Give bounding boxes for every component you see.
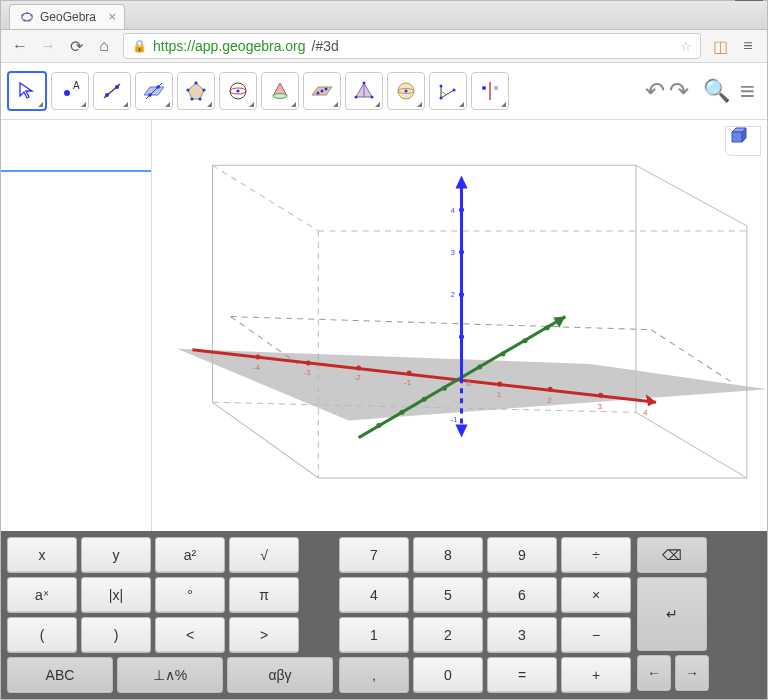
- svg-point-20: [186, 88, 189, 91]
- tool-angle[interactable]: [429, 72, 467, 110]
- tool-circle[interactable]: [219, 72, 257, 110]
- svg-point-43: [494, 86, 498, 90]
- graphics-3d-canvas[interactable]: -4-3-2-11234 2344 -1: [152, 120, 767, 503]
- svg-point-39: [440, 97, 443, 100]
- tool-reflect[interactable]: [471, 72, 509, 110]
- key-right[interactable]: →: [675, 655, 709, 691]
- redo-icon[interactable]: ↷: [669, 77, 689, 105]
- tool-cone[interactable]: [261, 72, 299, 110]
- key-5[interactable]: 5: [413, 577, 483, 613]
- keyboard-close-button[interactable]: ✕: [735, 0, 763, 1]
- url-host: https://app.geogebra.org: [153, 38, 306, 54]
- key-sqrt[interactable]: √: [229, 537, 299, 573]
- key-abc[interactable]: ABC: [7, 657, 113, 693]
- svg-point-65: [598, 393, 603, 398]
- svg-point-1: [21, 14, 23, 16]
- key-pi[interactable]: π: [229, 577, 299, 613]
- svg-point-34: [371, 96, 374, 99]
- key-gt[interactable]: >: [229, 617, 299, 653]
- key-rparen[interactable]: ): [81, 617, 151, 653]
- content-area: +: [1, 120, 767, 531]
- svg-text:A: A: [73, 81, 80, 91]
- svg-point-28: [321, 90, 324, 93]
- nav-back-icon[interactable]: ←: [11, 37, 29, 55]
- key-8[interactable]: 8: [413, 537, 483, 573]
- svg-point-25: [273, 94, 287, 99]
- key-6[interactable]: 6: [487, 577, 557, 613]
- key-square[interactable]: a²: [155, 537, 225, 573]
- svg-line-54: [231, 317, 651, 330]
- svg-point-10: [115, 85, 119, 89]
- svg-point-62: [407, 371, 412, 376]
- graphics-3d-view[interactable]: -4-3-2-11234 2344 -1: [152, 120, 767, 531]
- key-0[interactable]: 0: [413, 657, 483, 693]
- key-7[interactable]: 7: [339, 537, 409, 573]
- svg-point-3: [23, 19, 25, 21]
- nav-home-icon[interactable]: ⌂: [95, 37, 113, 55]
- key-comma[interactable]: ,: [339, 657, 409, 693]
- key-plus[interactable]: +: [561, 657, 631, 693]
- browser-tab[interactable]: GeoGebra ×: [9, 4, 125, 29]
- extension-icon[interactable]: ◫: [711, 37, 729, 56]
- star-icon[interactable]: ☆: [680, 39, 692, 54]
- key-3[interactable]: 3: [487, 617, 557, 653]
- browser-addressbar: ← → ⟳ ⌂ 🔒 https://app.geogebra.org/#3d ☆…: [1, 30, 767, 63]
- svg-text:4: 4: [643, 408, 648, 417]
- key-divide[interactable]: ÷: [561, 537, 631, 573]
- tool-polygon[interactable]: [177, 72, 215, 110]
- key-2[interactable]: 2: [413, 617, 483, 653]
- svg-point-0: [22, 13, 33, 21]
- svg-point-81: [500, 351, 505, 356]
- menu-icon[interactable]: ≡: [740, 76, 755, 107]
- key-x[interactable]: x: [7, 537, 77, 573]
- key-equals[interactable]: =: [487, 657, 557, 693]
- browser-menu-icon[interactable]: ≡: [739, 37, 757, 55]
- svg-text:2: 2: [547, 396, 552, 405]
- key-left[interactable]: ←: [637, 655, 671, 691]
- svg-point-83: [545, 325, 550, 330]
- tool-plane[interactable]: [135, 72, 173, 110]
- tab-close-icon[interactable]: ×: [108, 10, 116, 23]
- tool-sphere[interactable]: [387, 72, 425, 110]
- undo-icon[interactable]: ↶: [645, 77, 665, 105]
- key-greek[interactable]: αβγ: [227, 657, 333, 693]
- key-4[interactable]: 4: [339, 577, 409, 613]
- key-abs[interactable]: |x|: [81, 577, 151, 613]
- tool-net[interactable]: [303, 72, 341, 110]
- key-lparen[interactable]: (: [7, 617, 77, 653]
- tool-point[interactable]: A: [51, 72, 89, 110]
- svg-point-5: [26, 12, 28, 14]
- svg-text:-1: -1: [404, 378, 412, 387]
- tool-pyramid[interactable]: [345, 72, 383, 110]
- tool-move[interactable]: [7, 71, 47, 111]
- svg-point-27: [317, 92, 320, 95]
- key-y[interactable]: y: [81, 537, 151, 573]
- tool-line[interactable]: [93, 72, 131, 110]
- svg-point-64: [548, 387, 553, 392]
- key-backspace[interactable]: ⌫: [637, 537, 707, 573]
- nav-forward-icon: →: [39, 37, 57, 55]
- algebra-divider: [1, 170, 151, 172]
- svg-point-2: [30, 14, 32, 16]
- key-9[interactable]: 9: [487, 537, 557, 573]
- svg-point-29: [325, 88, 328, 91]
- key-multiply[interactable]: ×: [561, 577, 631, 613]
- key-degree[interactable]: °: [155, 577, 225, 613]
- app-toolbar: A ↶ ↷ 🔍 ≡: [1, 63, 767, 120]
- svg-point-77: [400, 410, 405, 415]
- search-icon[interactable]: 🔍: [703, 78, 730, 104]
- svg-point-4: [28, 19, 30, 21]
- key-1[interactable]: 1: [339, 617, 409, 653]
- svg-text:4: 4: [450, 206, 455, 215]
- svg-line-50: [212, 165, 318, 231]
- nav-reload-icon[interactable]: ⟳: [67, 37, 85, 56]
- key-lt[interactable]: <: [155, 617, 225, 653]
- key-power[interactable]: aˣ: [7, 577, 77, 613]
- svg-point-78: [422, 397, 427, 402]
- algebra-panel[interactable]: [1, 120, 152, 531]
- key-symbols[interactable]: ⊥∧%: [117, 657, 223, 693]
- key-enter[interactable]: ↵: [637, 577, 707, 651]
- url-input[interactable]: 🔒 https://app.geogebra.org/#3d ☆: [123, 33, 701, 59]
- svg-point-6: [64, 90, 70, 96]
- key-minus[interactable]: −: [561, 617, 631, 653]
